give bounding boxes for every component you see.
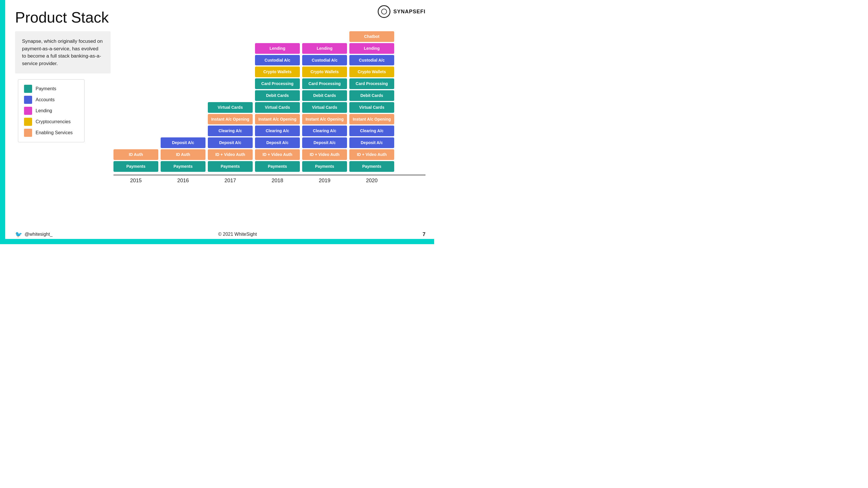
legend-label-enabling: Enabling Services xyxy=(36,130,73,135)
year-label-2018: 2018 xyxy=(255,177,300,184)
left-panel: Synapse, which originally focused on pay… xyxy=(15,31,114,142)
year-column-2020: ChatbotLendingCustodial A/cCrypto Wallet… xyxy=(349,31,394,172)
cell-2019-9: ID + Video Auth xyxy=(302,149,347,160)
chart-area: XXXXXXXXXXID AuthPaymentsXXXXXXXXXDeposi… xyxy=(114,31,426,195)
year-column-2019: XLendingCustodial A/cCrypto WalletsCard … xyxy=(302,31,347,172)
cell-2019-7: Clearing A/c xyxy=(302,126,347,136)
year-column-2018: XLendingCustodial A/cCrypto WalletsCard … xyxy=(255,31,300,172)
legend-item-crypto: Cryptocurrencies xyxy=(24,118,79,126)
cell-2019-1: Custodial A/c xyxy=(302,55,347,66)
cell-2018-5: Virtual Cards xyxy=(255,102,300,113)
cell-2017-0: Virtual Cards xyxy=(208,102,253,113)
legend-color-payments xyxy=(24,85,32,93)
legend-color-enabling xyxy=(24,129,32,137)
cell-2019-5: Virtual Cards xyxy=(302,102,347,113)
cell-2018-9: ID + Video Auth xyxy=(255,149,300,160)
twitter-handle: @whitesight_ xyxy=(25,232,52,237)
cell-2019-3: Card Processing xyxy=(302,78,347,89)
legend-box: Payments Accounts Lending Cryptocurrenci… xyxy=(18,79,85,142)
cell-2020-2: Custodial A/c xyxy=(349,55,394,66)
footer-copyright: © 2021 WhiteSight xyxy=(218,232,257,237)
cell-2017-5: Payments xyxy=(208,161,253,172)
cell-2019-2: Crypto Wallets xyxy=(302,67,347,77)
twitter-icon: 🐦 xyxy=(15,231,22,238)
legend-label-lending: Lending xyxy=(36,108,52,113)
cell-2020-4: Card Processing xyxy=(349,78,394,89)
cell-2020-0: Chatbot xyxy=(349,31,394,42)
year-label-2020: 2020 xyxy=(349,177,394,184)
cell-2019-8: Deposit A/c xyxy=(302,137,347,148)
bottom-border xyxy=(0,239,434,244)
cell-2018-4: Debit Cards xyxy=(255,90,300,101)
year-label-2015: 2015 xyxy=(114,177,158,184)
year-label-2017: 2017 xyxy=(208,177,253,184)
cell-2015-1: Payments xyxy=(114,161,158,172)
footer: 🐦 @whitesight_ © 2021 WhiteSight 7 xyxy=(6,231,434,238)
cell-2018-6: Instant A/c Opening xyxy=(255,114,300,125)
year-column-2016: XXXXXXXXXDeposit A/cID AuthPayments xyxy=(161,31,206,172)
cell-2018-2: Crypto Wallets xyxy=(255,67,300,77)
cell-2020-11: Payments xyxy=(349,161,394,172)
main-content: Product Stack Synapse, which originally … xyxy=(6,0,434,239)
cell-2016-1: ID Auth xyxy=(161,149,206,160)
year-labels: 201520162017201820192020 xyxy=(114,175,426,184)
cell-2018-10: Payments xyxy=(255,161,300,172)
cell-2020-9: Deposit A/c xyxy=(349,137,394,148)
legend-item-accounts: Accounts xyxy=(24,96,79,104)
cell-2020-3: Crypto Wallets xyxy=(349,67,394,77)
cell-2018-8: Deposit A/c xyxy=(255,137,300,148)
cell-2018-0: Lending xyxy=(255,43,300,54)
cell-2018-3: Card Processing xyxy=(255,78,300,89)
footer-twitter: 🐦 @whitesight_ xyxy=(15,231,52,238)
legend-item-enabling: Enabling Services xyxy=(24,129,79,137)
legend-color-lending xyxy=(24,107,32,115)
cell-2017-1: Instant A/c Opening xyxy=(208,114,253,125)
legend-item-lending: Lending xyxy=(24,107,79,115)
cell-2019-6: Instant A/c Opening xyxy=(302,114,347,125)
cell-2016-2: Payments xyxy=(161,161,206,172)
description-box: Synapse, which originally focused on pay… xyxy=(15,31,111,73)
cell-2017-4: ID + Video Auth xyxy=(208,149,253,160)
cell-2020-7: Instant A/c Opening xyxy=(349,114,394,125)
legend-color-accounts xyxy=(24,96,32,104)
cell-2020-5: Debit Cards xyxy=(349,90,394,101)
cell-2019-0: Lending xyxy=(302,43,347,54)
year-column-2015: XXXXXXXXXXID AuthPayments xyxy=(114,31,158,172)
cell-2016-0: Deposit A/c xyxy=(161,137,206,148)
cell-2020-6: Virtual Cards xyxy=(349,102,394,113)
cell-2018-1: Custodial A/c xyxy=(255,55,300,66)
legend-item-payments: Payments xyxy=(24,85,79,93)
cell-2017-3: Deposit A/c xyxy=(208,137,253,148)
cell-2019-10: Payments xyxy=(302,161,347,172)
cell-2017-2: Clearing A/c xyxy=(208,126,253,136)
cell-2020-8: Clearing A/c xyxy=(349,126,394,136)
legend-label-accounts: Accounts xyxy=(36,97,55,102)
legend-label-payments: Payments xyxy=(36,86,56,91)
left-border xyxy=(0,0,5,244)
legend-label-crypto: Cryptocurrencies xyxy=(36,119,71,124)
footer-page-number: 7 xyxy=(423,231,426,237)
cell-2020-1: Lending xyxy=(349,43,394,54)
year-label-2016: 2016 xyxy=(161,177,206,184)
cell-2015-0: ID Auth xyxy=(114,149,158,160)
legend-color-crypto xyxy=(24,118,32,126)
year-label-2019: 2019 xyxy=(302,177,347,184)
cell-2019-4: Debit Cards xyxy=(302,90,347,101)
columns-row: XXXXXXXXXXID AuthPaymentsXXXXXXXXXDeposi… xyxy=(114,31,426,172)
body-section: Synapse, which originally focused on pay… xyxy=(15,31,426,195)
year-column-2017: XXXXXXVirtual CardsInstant A/c OpeningCl… xyxy=(208,31,253,172)
cell-2020-10: ID + Video Auth xyxy=(349,149,394,160)
page-title: Product Stack xyxy=(15,9,426,26)
cell-2018-7: Clearing A/c xyxy=(255,126,300,136)
